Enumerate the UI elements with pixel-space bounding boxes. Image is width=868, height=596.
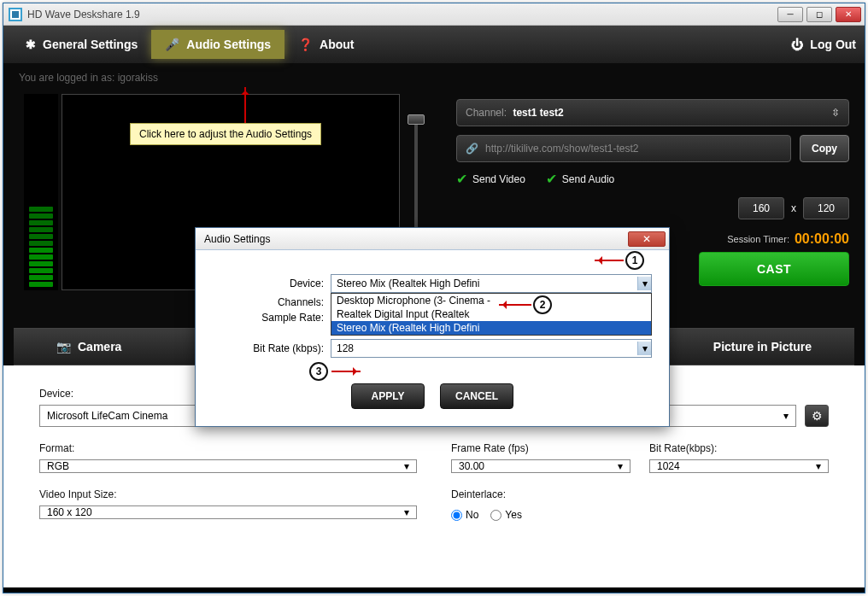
framerate-label: Frame Rate (fps): [451, 442, 630, 454]
format-label: Format:: [39, 442, 417, 454]
app-window: HD Wave Deskshare 1.9 ─ ◻ ✕ ✱ General Se…: [3, 3, 865, 593]
audio-device-dropdown: Desktop Microphone (3- Cinema - Realtek …: [331, 293, 652, 336]
chevron-down-icon: ▾: [618, 460, 623, 472]
vis-value: 160 x 120: [47, 506, 92, 518]
broadcast-button[interactable]: CAST: [699, 252, 849, 286]
tab-audio-settings[interactable]: 🎤 Audio Settings: [151, 30, 284, 59]
chevron-down-icon: ▾: [404, 506, 409, 518]
send-video-label: Send Video: [472, 173, 525, 185]
dialog-title: Audio Settings: [204, 233, 270, 245]
audio-samplerate-label: Sample Rate:: [213, 312, 324, 324]
tab-label: About: [320, 38, 354, 51]
deinterlace-no-radio[interactable]: No: [451, 509, 478, 521]
check-icon: ✔: [456, 171, 467, 187]
tab-label: General Settings: [43, 38, 138, 51]
annotation-badge-3: 3: [309, 362, 328, 381]
window-title: HD Wave Deskshare 1.9: [27, 9, 140, 20]
apply-button[interactable]: APPLY: [351, 383, 425, 409]
app-icon: [9, 8, 22, 21]
tab-label: Camera: [78, 340, 121, 354]
login-prefix: You are logged in as:: [19, 72, 114, 84]
login-user: igorakiss: [118, 72, 158, 84]
annotation-arrow: [244, 87, 246, 125]
dropdown-option-selected[interactable]: Stereo Mix (Realtek High Defini: [331, 321, 651, 335]
tooltip: Click here to adjust the Audio Settings: [130, 123, 321, 145]
login-status: You are logged in as: igorakiss: [14, 63, 854, 89]
question-icon: ❓: [298, 38, 313, 51]
chevron-updown-icon: ⇳: [831, 107, 840, 119]
tab-about[interactable]: ❓ About: [284, 30, 367, 59]
annotation-badge-2: 2: [533, 295, 552, 314]
audio-bitrate-value: 128: [337, 342, 354, 354]
deinterlace-label: Deinterlace:: [451, 488, 829, 500]
chevron-down-icon: ▾: [404, 460, 409, 472]
annotation-arrow: [499, 304, 531, 306]
chevron-down-icon: ▾: [637, 342, 651, 355]
tab-label: Audio Settings: [186, 38, 271, 51]
close-button[interactable]: ✕: [836, 7, 861, 22]
tab-general-settings[interactable]: ✱ General Settings: [12, 30, 151, 59]
vu-meter-left: [24, 94, 58, 290]
copy-button[interactable]: Copy: [800, 135, 849, 162]
cancel-button[interactable]: CANCEL: [440, 383, 513, 409]
send-audio-label: Send Audio: [562, 173, 614, 185]
audio-device-value: Stereo Mix (Realtek High Defini: [337, 278, 479, 289]
audio-device-label: Device:: [213, 278, 324, 289]
device-value: Microsoft LifeCam Cinema: [47, 410, 167, 422]
dialog-close-button[interactable]: ✕: [628, 231, 666, 247]
channel-value: test1 test2: [513, 107, 563, 119]
audio-channels-label: Channels:: [213, 296, 324, 308]
link-icon: 🔗: [466, 143, 478, 155]
logout-label: Log Out: [810, 38, 856, 51]
channel-dropdown[interactable]: Channel: test1 test2 ⇳: [456, 99, 849, 126]
minimize-button[interactable]: ─: [777, 7, 803, 22]
format-value: RGB: [47, 460, 69, 472]
url-field: 🔗 http://tikilive.com/show/test1-test2: [456, 135, 791, 162]
gear-icon: ⚙: [812, 409, 823, 423]
send-video-checkbox[interactable]: ✔Send Video: [456, 171, 525, 187]
tab-label: Picture in Picture: [713, 340, 812, 354]
radio-label: No: [466, 509, 478, 521]
session-timer-value: 00:00:00: [795, 231, 849, 247]
dropdown-option[interactable]: Realtek Digital Input (Realtek: [331, 307, 651, 321]
maximize-button[interactable]: ◻: [806, 7, 832, 22]
framerate-value: 30.00: [459, 460, 484, 472]
check-icon: ✔: [546, 171, 557, 187]
tab-camera[interactable]: 📷 Camera: [56, 340, 121, 354]
width-field[interactable]: 160: [738, 197, 784, 219]
microphone-icon: 🎤: [165, 38, 179, 51]
height-field[interactable]: 120: [803, 197, 849, 219]
bitrate-value: 1024: [657, 460, 680, 472]
chevron-down-icon: ▾: [637, 277, 651, 290]
video-input-size-select[interactable]: 160 x 120▾: [39, 505, 417, 519]
camera-icon: 📷: [56, 340, 71, 354]
annotation-badge-1: 1: [625, 251, 644, 270]
bitrate-label: Bit Rate(kbps):: [649, 442, 829, 454]
send-audio-checkbox[interactable]: ✔Send Audio: [546, 171, 614, 187]
framerate-select[interactable]: 30.00▾: [451, 459, 630, 473]
audio-bitrate-select[interactable]: 128 ▾: [331, 339, 652, 358]
logout-button[interactable]: ⏻ Log Out: [791, 38, 856, 51]
titlebar: HD Wave Deskshare 1.9 ─ ◻ ✕: [3, 3, 865, 26]
svg-rect-2: [12, 11, 19, 18]
annotation-arrow: [331, 371, 361, 372]
size-sep: x: [791, 202, 796, 214]
deinterlace-yes-radio[interactable]: Yes: [490, 509, 522, 521]
channel-label: Channel:: [466, 107, 507, 119]
top-tab-bar: ✱ General Settings 🎤 Audio Settings ❓ Ab…: [3, 26, 865, 63]
dropdown-option[interactable]: Desktop Microphone (3- Cinema -: [331, 294, 651, 307]
session-timer-label: Session Timer:: [727, 234, 789, 244]
encoder-settings-button[interactable]: ⚙: [805, 405, 829, 427]
format-select[interactable]: RGB▾: [39, 459, 417, 473]
chevron-down-icon: ▾: [816, 460, 821, 472]
chevron-down-icon: ▾: [783, 410, 789, 422]
url-value: http://tikilive.com/show/test1-test2: [485, 143, 638, 155]
annotation-arrow: [595, 260, 624, 261]
video-input-size-label: Video Input Size:: [39, 488, 417, 500]
power-icon: ⏻: [791, 38, 803, 51]
bitrate-select[interactable]: 1024▾: [649, 459, 829, 473]
audio-bitrate-label: Bit Rate (kbps):: [213, 342, 324, 354]
gear-icon: ✱: [26, 38, 36, 51]
audio-device-select[interactable]: Stereo Mix (Realtek High Defini ▾: [331, 274, 652, 293]
tab-picture-in-picture[interactable]: Picture in Picture: [713, 340, 812, 354]
